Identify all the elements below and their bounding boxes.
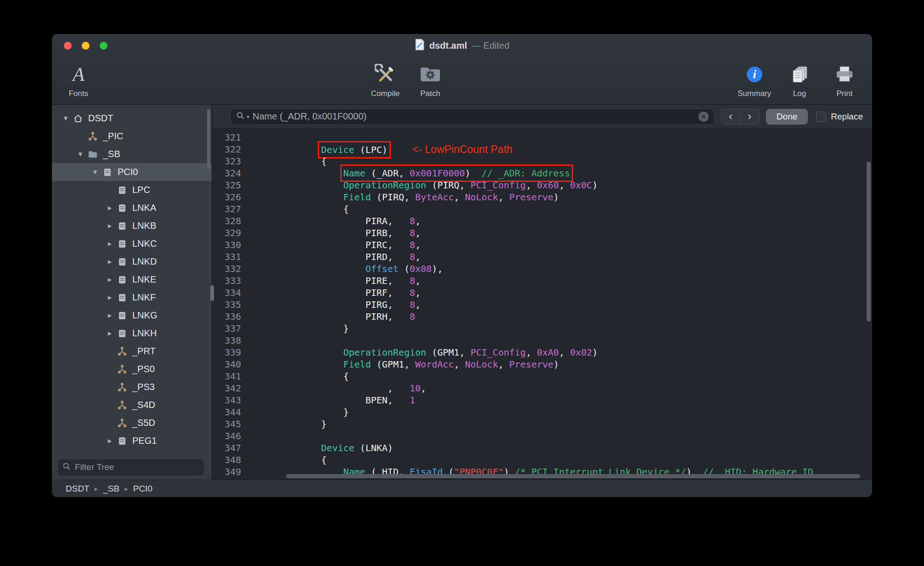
code-line-330[interactable]: 330 PIRC, 8,	[213, 239, 872, 251]
sidebar-item-_prt[interactable]: _PRT	[52, 342, 212, 360]
code-line-333[interactable]: 333 PIRE, 8,	[213, 275, 872, 287]
code-line-348[interactable]: 348 {	[213, 454, 872, 466]
code-line-332[interactable]: 332 Offset (0x08),	[213, 263, 872, 275]
code-text: Device (LNKA)	[241, 442, 393, 454]
code-line-337[interactable]: 337 }	[213, 323, 872, 334]
code-line-347[interactable]: 347 Device (LNKA)	[213, 442, 872, 454]
code-line-344[interactable]: 344 }	[213, 406, 872, 418]
code-line-326[interactable]: 326 Field (PIRQ, ByteAcc, NoLock, Preser…	[213, 191, 872, 203]
split-view-handle[interactable]	[210, 285, 214, 301]
code-line-331[interactable]: 331 PIRD, 8,	[213, 251, 872, 263]
breadcrumb-item-pci0[interactable]: PCI0	[133, 484, 152, 494]
sidebar-item-peg1[interactable]: ▸PEG1	[52, 432, 212, 450]
sidebar-item-_pic[interactable]: _PIC	[52, 127, 212, 145]
log-button[interactable]: Log	[783, 59, 816, 103]
compile-button[interactable]: Compile	[369, 59, 402, 103]
code-line-335[interactable]: 335 PIRG, 8,	[213, 299, 872, 311]
find-search-field[interactable]: ▾ Name (_ADR, 0x001F0000) ✕	[230, 108, 715, 125]
print-button[interactable]: Print	[828, 59, 861, 103]
line-number: 334	[213, 287, 241, 299]
disclosure-closed-icon[interactable]: ▸	[104, 203, 115, 213]
line-number: 345	[213, 418, 241, 430]
code-text	[241, 430, 277, 442]
code-line-339[interactable]: 339 OperationRegion (GPM1, PCI_Config, 0…	[213, 346, 872, 358]
breadcrumb-item-dsdt[interactable]: DSDT	[66, 484, 90, 494]
summary-button[interactable]: i Summary	[738, 59, 771, 103]
code-line-340[interactable]: 340 Field (GPM1, WordAcc, NoLock, Preser…	[213, 358, 872, 370]
sidebar-scrollbar-thumb[interactable]	[207, 109, 210, 169]
code-line-343[interactable]: 343 BPEN, 1	[213, 394, 872, 406]
code-token: ,	[454, 192, 465, 203]
code-token: 0x08	[410, 263, 432, 274]
find-previous-button[interactable]: ‹	[721, 109, 740, 125]
fonts-button[interactable]: A Fonts	[62, 59, 95, 103]
code-line-324[interactable]: 324 Name (_ADR, 0x001F0000) // _ADR: Add…	[213, 167, 872, 179]
disclosure-open-icon[interactable]: ▾	[60, 113, 71, 123]
sidebar-item-_s4d[interactable]: _S4D	[52, 396, 212, 414]
code-line-322[interactable]: 322 Device (LPC)<- LowPinCount Path	[213, 143, 872, 155]
line-number: 329	[213, 227, 241, 239]
sidebar-item-dsdt[interactable]: ▾DSDT	[52, 109, 212, 127]
disclosure-closed-icon[interactable]: ▸	[104, 311, 115, 320]
line-number: 343	[213, 394, 241, 406]
code-token: ,	[415, 299, 421, 310]
disclosure-closed-icon[interactable]: ▸	[104, 436, 115, 446]
breadcrumb-item-_sb[interactable]: _SB	[103, 484, 119, 494]
sidebar-item-lnkb[interactable]: ▸LNKB	[52, 217, 212, 235]
code-token: )	[592, 347, 597, 358]
code-line-323[interactable]: 323 {	[213, 155, 872, 167]
code-line-325[interactable]: 325 OperationRegion (PIRQ, PCI_Config, 0…	[213, 179, 872, 191]
disclosure-closed-icon[interactable]: ▸	[104, 275, 115, 284]
code-line-338[interactable]: 338	[213, 334, 872, 346]
code-token: ,	[415, 275, 421, 286]
line-number: 335	[213, 299, 241, 311]
search-menu-chevron-icon[interactable]: ▾	[247, 113, 249, 120]
code-line-329[interactable]: 329 PIRB, 8,	[213, 227, 872, 239]
sidebar-item-_sb[interactable]: ▾_SB	[52, 145, 212, 163]
code-token: 0x001F0000	[410, 168, 465, 179]
sidebar-item-lnkc[interactable]: ▸LNKC	[52, 235, 212, 253]
disclosure-closed-icon[interactable]: ▸	[104, 221, 115, 231]
find-next-button[interactable]: ›	[740, 109, 760, 125]
editor-vertical-scrollbar-thumb[interactable]	[867, 162, 871, 322]
sidebar-item-_ps3[interactable]: _PS3	[52, 378, 212, 396]
filter-tree-field[interactable]: Filter Tree	[57, 458, 204, 476]
code-token: OperationRegion	[344, 347, 427, 358]
sidebar-item-_ps0[interactable]: _PS0	[52, 360, 212, 378]
sidebar-item-lnkh[interactable]: ▸LNKH	[52, 324, 212, 342]
sidebar-item-pci0[interactable]: ▾PCI0	[52, 163, 212, 181]
sidebar-item-label: PCI0	[118, 167, 138, 177]
disclosure-closed-icon[interactable]: ▸	[104, 257, 115, 266]
clear-search-button[interactable]: ✕	[699, 112, 709, 122]
disclosure-closed-icon[interactable]: ▸	[104, 239, 115, 249]
replace-checkbox[interactable]	[816, 112, 826, 122]
code-line-321[interactable]: 321	[213, 131, 872, 143]
sidebar-item-lpc[interactable]: LPC	[52, 181, 212, 199]
disclosure-open-icon[interactable]: ▾	[90, 167, 101, 177]
patch-button[interactable]: Patch	[414, 59, 447, 103]
sidebar-item-lnkg[interactable]: ▸LNKG	[52, 306, 212, 324]
sidebar-item-label: LNKF	[132, 292, 156, 303]
code-line-345[interactable]: 345 }	[213, 418, 872, 430]
sidebar-item-lnkd[interactable]: ▸LNKD	[52, 253, 212, 271]
sidebar-item-lnkf[interactable]: ▸LNKF	[52, 289, 212, 306]
code-line-328[interactable]: 328 PIRA, 8,	[213, 215, 872, 227]
code-line-346[interactable]: 346	[213, 430, 872, 442]
sidebar-item-_s5d[interactable]: _S5D	[52, 414, 212, 432]
code-text: PIRA, 8,	[241, 215, 421, 227]
sidebar-item-lnke[interactable]: ▸LNKE	[52, 271, 212, 289]
editor-horizontal-scrollbar-thumb[interactable]	[286, 474, 860, 478]
code-token: )	[553, 359, 559, 370]
disclosure-closed-icon[interactable]: ▸	[104, 293, 115, 302]
code-line-341[interactable]: 341 {	[213, 370, 872, 382]
done-button[interactable]: Done	[766, 109, 808, 125]
code-line-342[interactable]: 342 , 10,	[213, 382, 872, 394]
code-line-336[interactable]: 336 PIRH, 8	[213, 311, 872, 323]
code-line-327[interactable]: 327 {	[213, 203, 872, 215]
code-line-334[interactable]: 334 PIRF, 8,	[213, 287, 872, 299]
disclosure-closed-icon[interactable]: ▸	[104, 328, 115, 338]
toolbar: A Fonts Compile	[52, 57, 872, 105]
disclosure-open-icon[interactable]: ▾	[75, 149, 86, 159]
sidebar-item-lnka[interactable]: ▸LNKA	[52, 199, 212, 217]
code-editor[interactable]: 321322 Device (LPC)<- LowPinCount Path32…	[213, 129, 872, 480]
